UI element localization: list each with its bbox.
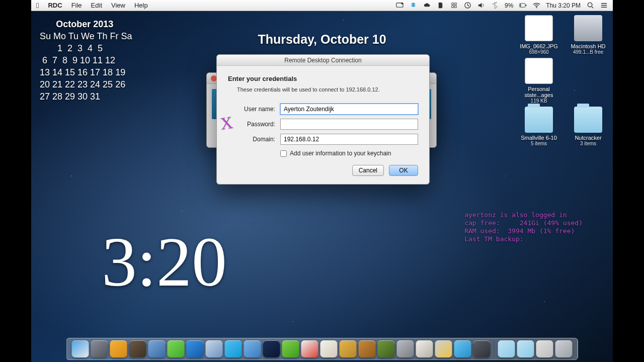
icon-label: Smallville 6-10 xyxy=(519,135,558,141)
dock-app-preview[interactable] xyxy=(416,340,433,357)
battery-percent[interactable]: 9% xyxy=(505,2,513,9)
username-label: User name: xyxy=(228,106,275,113)
dock-app-imovie[interactable] xyxy=(473,340,491,357)
icon-sub: 119 KB xyxy=(519,98,558,104)
dock-stack[interactable] xyxy=(536,340,553,357)
calendar-title: October 2013 xyxy=(37,18,132,30)
desktop:  RDC File Edit View Help 9% Thu 3:20 PM xyxy=(31,0,613,362)
dock-app-gimp[interactable] xyxy=(129,340,146,357)
app-name[interactable]: RDC xyxy=(48,2,62,9)
icon-sub: 698×960 xyxy=(519,49,558,55)
cancel-button[interactable]: Cancel xyxy=(352,165,384,176)
svg-rect-5 xyxy=(520,4,521,7)
credentials-dialog: Remote Desktop Connection Enter your cre… xyxy=(216,54,430,185)
dialog-hint: These credentials will be used to connec… xyxy=(237,86,418,93)
dock-app-itunes[interactable] xyxy=(206,340,223,357)
dock-app-finder[interactable] xyxy=(72,340,89,357)
icon-label: IMG_0662.JPG xyxy=(519,43,558,49)
desktop-clock: 3:20 xyxy=(102,221,227,302)
apple-menu-icon[interactable]:  xyxy=(36,2,39,9)
dock-app-reminders[interactable] xyxy=(320,340,338,357)
timemachine-icon[interactable] xyxy=(464,2,472,10)
calendar-grid: Su Mo Tu We Th Fr Sa 1 2 3 4 5 6 7 8 9 1… xyxy=(37,31,132,102)
svg-point-6 xyxy=(536,7,537,8)
dock-app-ical[interactable] xyxy=(301,340,318,357)
spotlight-icon[interactable] xyxy=(586,2,594,10)
volume-icon[interactable] xyxy=(477,2,486,10)
svg-point-1 xyxy=(401,3,404,5)
dialog-title[interactable]: Remote Desktop Connection xyxy=(217,55,429,66)
dock-app-launchpad[interactable] xyxy=(91,340,108,357)
desktop-icons: IMG_0662.JPG698×960 Macintosh HD499.1...… xyxy=(517,15,608,146)
desktop-icon-doc[interactable]: Personal state...ages119 KB xyxy=(519,58,558,104)
sync-icon[interactable] xyxy=(450,2,458,10)
keychain-label: Add user information to your keychain xyxy=(290,150,391,157)
desktop-icon-folder-nutcracker[interactable]: Nutcracker3 items xyxy=(569,107,608,146)
dock-app-settings[interactable] xyxy=(397,340,414,357)
dock-app-appstore[interactable] xyxy=(244,340,261,357)
dock-app-transmit[interactable] xyxy=(340,340,357,357)
menu-file[interactable]: File xyxy=(71,2,82,9)
dock-app-minecraft[interactable] xyxy=(378,340,395,357)
dock-trash[interactable] xyxy=(555,340,573,357)
menu-help[interactable]: Help xyxy=(134,2,148,9)
icon-label: Macintosh HD xyxy=(569,43,608,49)
notification-center-icon[interactable] xyxy=(600,2,608,10)
ok-button[interactable]: OK xyxy=(389,165,418,176)
bluetooth-icon[interactable] xyxy=(491,2,499,10)
dock-app-utorrent[interactable] xyxy=(282,340,299,357)
date-banner: Thursday, October 10 xyxy=(258,32,386,47)
dock-app-photoshop[interactable] xyxy=(263,340,280,357)
menubar-clock[interactable]: Thu 3:20 PM xyxy=(546,2,581,9)
dock-downloads[interactable] xyxy=(498,340,515,357)
menu-view[interactable]: View xyxy=(111,2,125,9)
username-field[interactable] xyxy=(280,104,418,115)
screenshare-icon[interactable] xyxy=(396,2,404,10)
keychain-checkbox[interactable] xyxy=(280,150,287,157)
icon-sub: 3 items xyxy=(569,141,608,146)
domain-field[interactable] xyxy=(280,134,418,145)
evernote-menubar-icon[interactable] xyxy=(437,2,445,10)
icon-label: Nutcracker xyxy=(569,135,608,141)
icon-label: Personal state...ages xyxy=(519,86,558,98)
menu-edit[interactable]: Edit xyxy=(91,2,102,9)
system-info-overlay: ayertonz is also logged in cap free: 241… xyxy=(464,211,583,243)
desktop-icon-img[interactable]: IMG_0662.JPG698×960 xyxy=(519,15,558,55)
dialog-heading: Enter your credentials xyxy=(228,75,418,82)
cloud-icon[interactable] xyxy=(423,2,431,10)
battery-icon[interactable] xyxy=(519,2,527,10)
wifi-icon[interactable] xyxy=(532,2,540,10)
dock-app-messages[interactable] xyxy=(454,340,471,357)
dock-app-rdc[interactable] xyxy=(110,340,127,357)
dock-app-skype[interactable] xyxy=(225,340,242,357)
password-label: Password: xyxy=(228,121,275,128)
dock xyxy=(66,338,578,360)
dock-app-mail[interactable] xyxy=(435,340,452,357)
domain-label: Domain: xyxy=(228,136,275,143)
svg-rect-4 xyxy=(526,5,527,6)
dropbox-icon[interactable] xyxy=(410,2,418,10)
dock-separator xyxy=(494,340,495,357)
dock-documents[interactable] xyxy=(517,340,534,357)
svg-point-7 xyxy=(588,3,592,7)
calendar-widget: October 2013 Su Mo Tu We Th Fr Sa 1 2 3 … xyxy=(37,18,132,103)
dock-app-evernote[interactable] xyxy=(168,340,185,357)
menubar:  RDC File Edit View Help 9% Thu 3:20 PM xyxy=(31,0,613,11)
desktop-icon-folder-smallville[interactable]: Smallville 6-105 items xyxy=(519,107,558,146)
dock-app-xcode[interactable] xyxy=(187,340,204,357)
desktop-icon-hd[interactable]: Macintosh HD499.1...B free xyxy=(569,15,608,55)
icon-sub: 5 items xyxy=(519,141,558,146)
dock-app-safari[interactable] xyxy=(148,340,166,357)
dock-app-handbrake[interactable] xyxy=(359,340,376,357)
password-field[interactable] xyxy=(280,119,418,130)
icon-sub: 499.1...B free xyxy=(569,49,608,55)
